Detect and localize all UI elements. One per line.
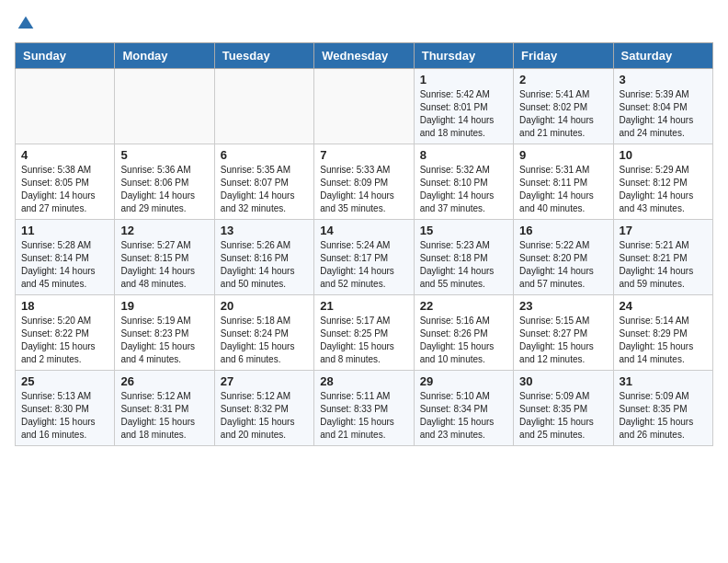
day-number: 20 (221, 299, 308, 313)
day-number: 30 (519, 374, 607, 388)
calendar-cell: 16Sunrise: 5:22 AMSunset: 8:20 PMDayligh… (514, 220, 613, 295)
day-info: Sunrise: 5:39 AMSunset: 8:04 PMDaylight:… (620, 88, 707, 140)
calendar-cell: 1Sunrise: 5:42 AMSunset: 8:01 PMDaylight… (414, 69, 513, 144)
calendar-cell: 29Sunrise: 5:10 AMSunset: 8:34 PMDayligh… (414, 371, 513, 446)
calendar-cell: 2Sunrise: 5:41 AMSunset: 8:02 PMDaylight… (514, 69, 613, 144)
calendar-cell: 4Sunrise: 5:38 AMSunset: 8:05 PMDaylight… (16, 144, 115, 220)
day-info: Sunrise: 5:26 AMSunset: 8:16 PMDaylight:… (221, 239, 308, 291)
day-number: 27 (221, 374, 308, 388)
header-day-saturday: Saturday (613, 43, 712, 69)
calendar-cell (214, 69, 313, 144)
day-info: Sunrise: 5:18 AMSunset: 8:24 PMDaylight:… (221, 315, 308, 366)
day-info: Sunrise: 5:38 AMSunset: 8:05 PMDaylight:… (21, 164, 108, 215)
day-number: 19 (120, 299, 208, 313)
day-number: 24 (620, 299, 707, 313)
calendar-cell: 5Sunrise: 5:36 AMSunset: 8:06 PMDaylight… (115, 144, 214, 220)
header-day-monday: Monday (115, 43, 214, 69)
day-number: 3 (620, 73, 707, 86)
calendar-table: SundayMondayTuesdayWednesdayThursdayFrid… (15, 42, 713, 446)
day-info: Sunrise: 5:09 AMSunset: 8:35 PMDaylight:… (519, 390, 607, 442)
day-info: Sunrise: 5:10 AMSunset: 8:34 PMDaylight:… (420, 390, 507, 442)
calendar-cell: 18Sunrise: 5:20 AMSunset: 8:22 PMDayligh… (16, 295, 115, 371)
day-number: 17 (620, 224, 707, 237)
header-day-thursday: Thursday (414, 43, 513, 69)
calendar-week-5: 25Sunrise: 5:13 AMSunset: 8:30 PMDayligh… (16, 371, 713, 446)
day-info: Sunrise: 5:28 AMSunset: 8:14 PMDaylight:… (21, 239, 108, 291)
logo-icon (17, 15, 35, 33)
calendar-body: 1Sunrise: 5:42 AMSunset: 8:01 PMDaylight… (16, 69, 713, 446)
calendar-cell: 31Sunrise: 5:09 AMSunset: 8:35 PMDayligh… (613, 371, 712, 446)
day-number: 2 (519, 73, 607, 86)
day-number: 6 (221, 148, 308, 162)
calendar-cell: 20Sunrise: 5:18 AMSunset: 8:24 PMDayligh… (214, 295, 313, 371)
day-info: Sunrise: 5:11 AMSunset: 8:33 PMDaylight:… (320, 390, 407, 442)
day-number: 26 (120, 374, 208, 388)
day-info: Sunrise: 5:41 AMSunset: 8:02 PMDaylight:… (519, 88, 607, 140)
svg-marker-0 (18, 17, 34, 29)
day-info: Sunrise: 5:24 AMSunset: 8:17 PMDaylight:… (320, 239, 407, 291)
calendar-cell: 15Sunrise: 5:23 AMSunset: 8:18 PMDayligh… (414, 220, 513, 295)
calendar-cell: 26Sunrise: 5:12 AMSunset: 8:31 PMDayligh… (115, 371, 214, 446)
calendar-week-4: 18Sunrise: 5:20 AMSunset: 8:22 PMDayligh… (16, 295, 713, 371)
calendar-cell: 19Sunrise: 5:19 AMSunset: 8:23 PMDayligh… (115, 295, 214, 371)
day-number: 8 (420, 148, 507, 162)
day-info: Sunrise: 5:20 AMSunset: 8:22 PMDaylight:… (21, 315, 108, 366)
day-info: Sunrise: 5:19 AMSunset: 8:23 PMDaylight:… (120, 315, 208, 366)
calendar-cell: 25Sunrise: 5:13 AMSunset: 8:30 PMDayligh… (16, 371, 115, 446)
calendar-cell: 13Sunrise: 5:26 AMSunset: 8:16 PMDayligh… (214, 220, 313, 295)
day-info: Sunrise: 5:16 AMSunset: 8:26 PMDaylight:… (420, 315, 507, 366)
day-number: 31 (620, 374, 707, 388)
day-info: Sunrise: 5:42 AMSunset: 8:01 PMDaylight:… (420, 88, 507, 140)
calendar-cell (314, 69, 414, 144)
day-number: 12 (120, 224, 208, 237)
calendar-cell: 12Sunrise: 5:27 AMSunset: 8:15 PMDayligh… (115, 220, 214, 295)
day-number: 15 (420, 224, 507, 237)
day-number: 21 (320, 299, 407, 313)
day-info: Sunrise: 5:12 AMSunset: 8:31 PMDaylight:… (120, 390, 208, 442)
day-number: 29 (420, 374, 507, 388)
header-day-friday: Friday (514, 43, 613, 69)
day-info: Sunrise: 5:14 AMSunset: 8:29 PMDaylight:… (620, 315, 707, 366)
day-info: Sunrise: 5:32 AMSunset: 8:10 PMDaylight:… (420, 164, 507, 215)
calendar-cell: 8Sunrise: 5:32 AMSunset: 8:10 PMDaylight… (414, 144, 513, 220)
calendar-cell (16, 69, 115, 144)
day-number: 25 (21, 374, 108, 388)
calendar-cell: 10Sunrise: 5:29 AMSunset: 8:12 PMDayligh… (613, 144, 712, 220)
calendar-cell (115, 69, 214, 144)
calendar-cell: 22Sunrise: 5:16 AMSunset: 8:26 PMDayligh… (414, 295, 513, 371)
day-info: Sunrise: 5:09 AMSunset: 8:35 PMDaylight:… (620, 390, 707, 442)
day-number: 13 (221, 224, 308, 237)
day-number: 11 (21, 224, 108, 237)
calendar-cell: 9Sunrise: 5:31 AMSunset: 8:11 PMDaylight… (514, 144, 613, 220)
calendar-cell: 6Sunrise: 5:35 AMSunset: 8:07 PMDaylight… (214, 144, 313, 220)
day-number: 9 (519, 148, 607, 162)
day-number: 28 (320, 374, 407, 388)
calendar-cell: 7Sunrise: 5:33 AMSunset: 8:09 PMDaylight… (314, 144, 414, 220)
day-info: Sunrise: 5:31 AMSunset: 8:11 PMDaylight:… (519, 164, 607, 215)
calendar-cell: 23Sunrise: 5:15 AMSunset: 8:27 PMDayligh… (514, 295, 613, 371)
calendar-week-2: 4Sunrise: 5:38 AMSunset: 8:05 PMDaylight… (16, 144, 713, 220)
day-info: Sunrise: 5:35 AMSunset: 8:07 PMDaylight:… (221, 164, 308, 215)
calendar-cell: 11Sunrise: 5:28 AMSunset: 8:14 PMDayligh… (16, 220, 115, 295)
calendar-cell: 21Sunrise: 5:17 AMSunset: 8:25 PMDayligh… (314, 295, 414, 371)
header-day-sunday: Sunday (16, 43, 115, 69)
day-number: 23 (519, 299, 607, 313)
day-info: Sunrise: 5:13 AMSunset: 8:30 PMDaylight:… (21, 390, 108, 442)
header-day-tuesday: Tuesday (214, 43, 313, 69)
day-number: 14 (320, 224, 407, 237)
day-number: 16 (519, 224, 607, 237)
day-info: Sunrise: 5:12 AMSunset: 8:32 PMDaylight:… (221, 390, 308, 442)
logo (15, 15, 35, 33)
day-info: Sunrise: 5:27 AMSunset: 8:15 PMDaylight:… (120, 239, 208, 291)
calendar-cell: 24Sunrise: 5:14 AMSunset: 8:29 PMDayligh… (613, 295, 712, 371)
calendar-cell: 28Sunrise: 5:11 AMSunset: 8:33 PMDayligh… (314, 371, 414, 446)
day-info: Sunrise: 5:22 AMSunset: 8:20 PMDaylight:… (519, 239, 607, 291)
calendar-cell: 30Sunrise: 5:09 AMSunset: 8:35 PMDayligh… (514, 371, 613, 446)
day-info: Sunrise: 5:29 AMSunset: 8:12 PMDaylight:… (620, 164, 707, 215)
calendar-cell: 17Sunrise: 5:21 AMSunset: 8:21 PMDayligh… (613, 220, 712, 295)
day-number: 4 (21, 148, 108, 162)
calendar-week-1: 1Sunrise: 5:42 AMSunset: 8:01 PMDaylight… (16, 69, 713, 144)
header-row: SundayMondayTuesdayWednesdayThursdayFrid… (16, 43, 713, 69)
day-info: Sunrise: 5:17 AMSunset: 8:25 PMDaylight:… (320, 315, 407, 366)
day-number: 10 (620, 148, 707, 162)
